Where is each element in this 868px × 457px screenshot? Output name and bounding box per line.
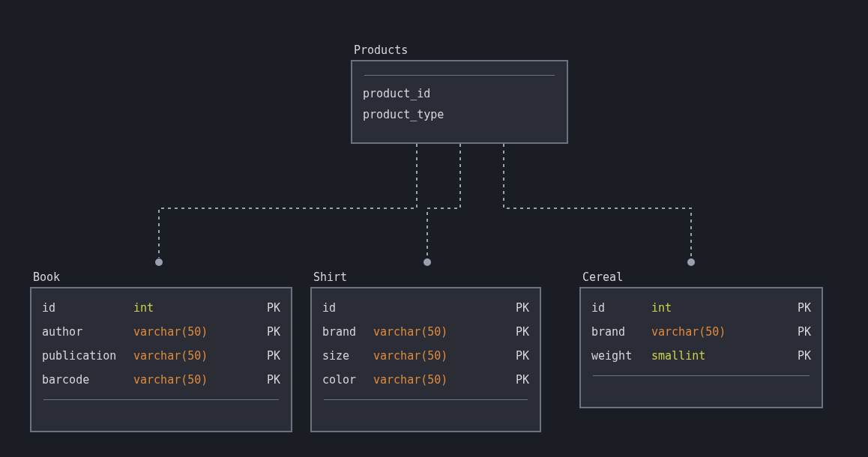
table-row: barcode varchar(50) PK xyxy=(42,368,280,392)
table-row: id int PK xyxy=(591,296,811,320)
column-name: id xyxy=(42,296,133,320)
column-name: brand xyxy=(591,320,651,344)
table-row: author varchar(50) PK xyxy=(42,320,280,344)
divider xyxy=(593,375,810,376)
entity-title-shirt: Shirt xyxy=(313,270,347,284)
connector-endpoint-cereal xyxy=(687,258,695,266)
entity-products: product_id product_type xyxy=(351,60,568,144)
divider xyxy=(364,75,555,76)
column-key: PK xyxy=(798,296,811,320)
entity-title-book: Book xyxy=(33,270,60,284)
column-type: varchar(50) xyxy=(133,320,267,344)
connector-products-shirt xyxy=(427,144,460,258)
column-key: PK xyxy=(516,320,529,344)
connector-endpoint-shirt xyxy=(424,258,431,266)
entity-title-products: Products xyxy=(354,43,408,57)
column-key: PK xyxy=(798,320,811,344)
column-key: PK xyxy=(516,296,529,320)
table-row: product_id xyxy=(363,83,556,104)
table-row: publication varchar(50) PK xyxy=(42,344,280,368)
column-key: PK xyxy=(267,368,280,392)
column-name: size xyxy=(322,344,373,368)
column-key: PK xyxy=(267,296,280,320)
entity-title-cereal: Cereal xyxy=(582,270,623,284)
entity-shirt: id PK brand varchar(50) PK size varchar(… xyxy=(310,287,541,432)
column-name: id xyxy=(322,296,373,320)
column-type: varchar(50) xyxy=(133,344,267,368)
column-name: publication xyxy=(42,344,133,368)
table-row: id PK xyxy=(322,296,529,320)
column-name: product_type xyxy=(363,104,451,125)
column-key: PK xyxy=(516,344,529,368)
divider xyxy=(324,399,528,400)
column-type: int xyxy=(651,296,798,320)
table-row: brand varchar(50) PK xyxy=(322,320,529,344)
table-row: color varchar(50) PK xyxy=(322,368,529,392)
entity-book: id int PK author varchar(50) PK publicat… xyxy=(30,287,292,432)
column-type: varchar(50) xyxy=(373,320,516,344)
column-name: author xyxy=(42,320,133,344)
column-key: PK xyxy=(267,320,280,344)
divider xyxy=(43,399,279,400)
table-row: id int PK xyxy=(42,296,280,320)
column-type: smallint xyxy=(651,344,798,368)
table-row: weight smallint PK xyxy=(591,344,811,368)
column-name: id xyxy=(591,296,651,320)
column-type: varchar(50) xyxy=(373,368,516,392)
column-name: barcode xyxy=(42,368,133,392)
column-name: product_id xyxy=(363,83,438,104)
column-name: color xyxy=(322,368,373,392)
column-name: brand xyxy=(322,320,373,344)
column-key: PK xyxy=(798,344,811,368)
column-type: varchar(50) xyxy=(133,368,267,392)
column-type: varchar(50) xyxy=(651,320,798,344)
connector-endpoint-book xyxy=(155,258,163,266)
column-type: varchar(50) xyxy=(373,344,516,368)
column-name: weight xyxy=(591,344,651,368)
column-key: PK xyxy=(267,344,280,368)
entity-cereal: id int PK brand varchar(50) PK weight sm… xyxy=(579,287,823,408)
connector-products-book xyxy=(159,144,417,258)
table-row: product_type xyxy=(363,104,556,125)
table-row: size varchar(50) PK xyxy=(322,344,529,368)
table-row: brand varchar(50) PK xyxy=(591,320,811,344)
column-type: int xyxy=(133,296,267,320)
connector-products-cereal xyxy=(504,144,691,258)
column-key: PK xyxy=(516,368,529,392)
